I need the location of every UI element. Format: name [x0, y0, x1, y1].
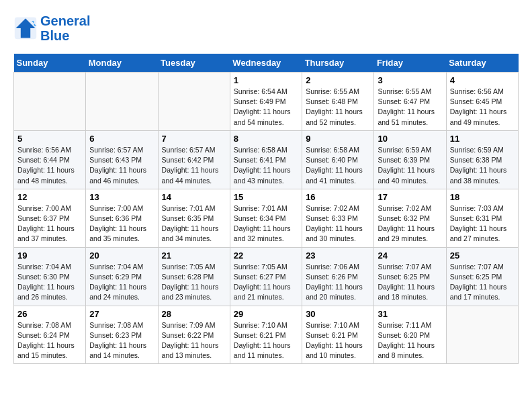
calendar-week-row: 19Sunrise: 7:04 AMSunset: 6:30 PMDayligh…	[14, 247, 519, 306]
day-info: Sunrise: 6:59 AMSunset: 6:39 PMDaylight:…	[378, 145, 442, 186]
day-number: 17	[378, 192, 442, 202]
day-info: Sunrise: 6:58 AMSunset: 6:40 PMDaylight:…	[306, 145, 370, 186]
calendar-cell: 8Sunrise: 6:58 AMSunset: 6:41 PMDaylight…	[230, 130, 302, 189]
day-info: Sunrise: 7:11 AMSunset: 6:20 PMDaylight:…	[378, 320, 442, 361]
day-number: 4	[450, 75, 515, 85]
calendar-cell: 25Sunrise: 7:07 AMSunset: 6:25 PMDayligh…	[446, 247, 518, 306]
calendar-cell: 22Sunrise: 7:05 AMSunset: 6:27 PMDayligh…	[230, 247, 302, 306]
day-number: 18	[450, 192, 515, 202]
calendar-cell: 24Sunrise: 7:07 AMSunset: 6:25 PMDayligh…	[374, 247, 446, 306]
calendar-cell: 3Sunrise: 6:55 AMSunset: 6:47 PMDaylight…	[374, 73, 446, 131]
calendar-week-row: 5Sunrise: 6:56 AMSunset: 6:44 PMDaylight…	[14, 130, 519, 189]
calendar-cell: 21Sunrise: 7:05 AMSunset: 6:28 PMDayligh…	[158, 247, 230, 306]
calendar-cell	[158, 73, 230, 131]
day-number: 20	[89, 250, 154, 261]
day-number: 7	[162, 134, 226, 144]
day-info: Sunrise: 7:08 AMSunset: 6:23 PMDaylight:…	[89, 320, 154, 361]
day-number: 31	[378, 309, 442, 319]
day-number: 3	[378, 75, 442, 85]
day-info: Sunrise: 6:54 AMSunset: 6:49 PMDaylight:…	[234, 87, 298, 128]
day-info: Sunrise: 6:56 AMSunset: 6:44 PMDaylight:…	[17, 145, 82, 186]
logo: General Blue	[13, 13, 90, 43]
day-info: Sunrise: 7:00 AMSunset: 6:37 PMDaylight:…	[17, 203, 82, 244]
day-number: 15	[234, 192, 298, 202]
day-info: Sunrise: 7:06 AMSunset: 6:26 PMDaylight:…	[306, 262, 370, 303]
calendar-cell: 5Sunrise: 6:56 AMSunset: 6:44 PMDaylight…	[14, 130, 86, 189]
calendar-cell: 26Sunrise: 7:08 AMSunset: 6:24 PMDayligh…	[14, 306, 86, 364]
calendar-week-row: 1Sunrise: 6:54 AMSunset: 6:49 PMDaylight…	[14, 73, 519, 131]
calendar-cell: 12Sunrise: 7:00 AMSunset: 6:37 PMDayligh…	[14, 189, 86, 247]
logo-icon	[13, 16, 38, 40]
day-number: 2	[306, 75, 370, 85]
calendar-cell: 23Sunrise: 7:06 AMSunset: 6:26 PMDayligh…	[302, 247, 374, 306]
calendar-table: SundayMondayTuesdayWednesdayThursdayFrid…	[13, 54, 519, 364]
calendar-cell: 6Sunrise: 6:57 AMSunset: 6:43 PMDaylight…	[86, 130, 158, 189]
calendar-cell: 17Sunrise: 7:02 AMSunset: 6:32 PMDayligh…	[374, 189, 446, 247]
page-header: General Blue	[13, 13, 519, 43]
day-info: Sunrise: 7:03 AMSunset: 6:31 PMDaylight:…	[450, 203, 515, 244]
day-number: 16	[306, 192, 370, 202]
col-header-thursday: Thursday	[302, 54, 374, 73]
col-header-friday: Friday	[374, 54, 446, 73]
day-number: 21	[162, 250, 226, 261]
calendar-cell: 20Sunrise: 7:04 AMSunset: 6:29 PMDayligh…	[86, 247, 158, 306]
calendar-cell: 2Sunrise: 6:55 AMSunset: 6:48 PMDaylight…	[302, 73, 374, 131]
day-number: 6	[89, 134, 154, 144]
day-info: Sunrise: 7:04 AMSunset: 6:29 PMDaylight:…	[89, 262, 154, 303]
day-info: Sunrise: 7:08 AMSunset: 6:24 PMDaylight:…	[17, 320, 82, 361]
calendar-cell: 7Sunrise: 6:57 AMSunset: 6:42 PMDaylight…	[158, 130, 230, 189]
day-info: Sunrise: 6:57 AMSunset: 6:43 PMDaylight:…	[89, 145, 154, 186]
day-number: 24	[378, 250, 442, 261]
day-number: 5	[17, 134, 82, 144]
day-info: Sunrise: 7:05 AMSunset: 6:27 PMDaylight:…	[234, 262, 298, 303]
day-number: 19	[17, 250, 82, 261]
day-number: 12	[17, 192, 82, 202]
calendar-cell	[14, 73, 86, 131]
day-info: Sunrise: 7:01 AMSunset: 6:34 PMDaylight:…	[234, 203, 298, 244]
calendar-cell: 11Sunrise: 6:59 AMSunset: 6:38 PMDayligh…	[446, 130, 518, 189]
calendar-cell	[446, 306, 518, 364]
day-info: Sunrise: 7:07 AMSunset: 6:25 PMDaylight:…	[378, 262, 442, 303]
day-info: Sunrise: 7:10 AMSunset: 6:21 PMDaylight:…	[234, 320, 298, 361]
calendar-cell	[86, 73, 158, 131]
day-info: Sunrise: 6:57 AMSunset: 6:42 PMDaylight:…	[162, 145, 226, 186]
day-info: Sunrise: 6:59 AMSunset: 6:38 PMDaylight:…	[450, 145, 515, 186]
col-header-monday: Monday	[86, 54, 158, 73]
day-number: 25	[450, 250, 515, 261]
day-info: Sunrise: 7:04 AMSunset: 6:30 PMDaylight:…	[17, 262, 82, 303]
day-info: Sunrise: 7:10 AMSunset: 6:21 PMDaylight:…	[306, 320, 370, 361]
calendar-cell: 18Sunrise: 7:03 AMSunset: 6:31 PMDayligh…	[446, 189, 518, 247]
day-number: 1	[234, 75, 298, 85]
col-header-sunday: Sunday	[14, 54, 86, 73]
calendar-cell: 1Sunrise: 6:54 AMSunset: 6:49 PMDaylight…	[230, 73, 302, 131]
calendar-cell: 19Sunrise: 7:04 AMSunset: 6:30 PMDayligh…	[14, 247, 86, 306]
calendar-cell: 27Sunrise: 7:08 AMSunset: 6:23 PMDayligh…	[86, 306, 158, 364]
calendar-cell: 28Sunrise: 7:09 AMSunset: 6:22 PMDayligh…	[158, 306, 230, 364]
day-info: Sunrise: 7:07 AMSunset: 6:25 PMDaylight:…	[450, 262, 515, 303]
day-info: Sunrise: 7:02 AMSunset: 6:33 PMDaylight:…	[306, 203, 370, 244]
day-number: 28	[162, 309, 226, 319]
day-info: Sunrise: 7:02 AMSunset: 6:32 PMDaylight:…	[378, 203, 442, 244]
day-number: 8	[234, 134, 298, 144]
col-header-wednesday: Wednesday	[230, 54, 302, 73]
day-number: 11	[450, 134, 515, 144]
day-info: Sunrise: 7:01 AMSunset: 6:35 PMDaylight:…	[162, 203, 226, 244]
calendar-week-row: 12Sunrise: 7:00 AMSunset: 6:37 PMDayligh…	[14, 189, 519, 247]
calendar-week-row: 26Sunrise: 7:08 AMSunset: 6:24 PMDayligh…	[14, 306, 519, 364]
col-header-tuesday: Tuesday	[158, 54, 230, 73]
logo-text: General Blue	[40, 13, 90, 43]
day-number: 22	[234, 250, 298, 261]
day-info: Sunrise: 7:00 AMSunset: 6:36 PMDaylight:…	[89, 203, 154, 244]
day-number: 9	[306, 134, 370, 144]
calendar-cell: 30Sunrise: 7:10 AMSunset: 6:21 PMDayligh…	[302, 306, 374, 364]
day-number: 13	[89, 192, 154, 202]
calendar-cell: 13Sunrise: 7:00 AMSunset: 6:36 PMDayligh…	[86, 189, 158, 247]
day-number: 29	[234, 309, 298, 319]
calendar-cell: 10Sunrise: 6:59 AMSunset: 6:39 PMDayligh…	[374, 130, 446, 189]
col-header-saturday: Saturday	[446, 54, 518, 73]
day-info: Sunrise: 6:55 AMSunset: 6:47 PMDaylight:…	[378, 87, 442, 128]
calendar-cell: 14Sunrise: 7:01 AMSunset: 6:35 PMDayligh…	[158, 189, 230, 247]
day-number: 26	[17, 309, 82, 319]
day-number: 14	[162, 192, 226, 202]
calendar-cell: 16Sunrise: 7:02 AMSunset: 6:33 PMDayligh…	[302, 189, 374, 247]
